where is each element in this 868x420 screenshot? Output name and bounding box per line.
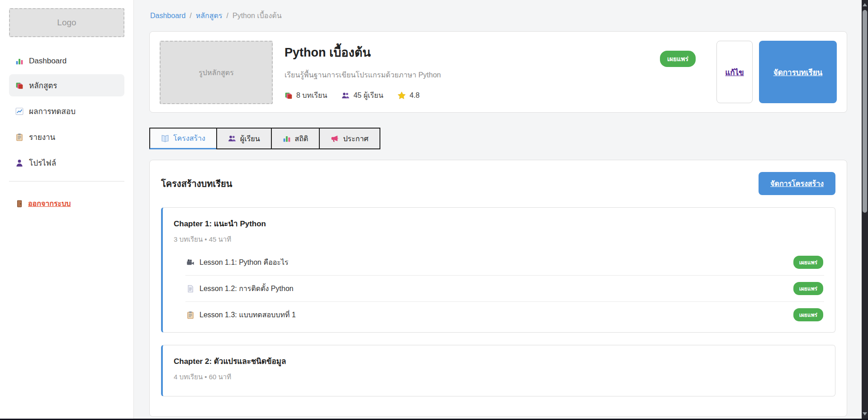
sidebar-item-label: ผลการทดสอบ — [29, 105, 76, 117]
person-icon — [15, 159, 24, 167]
document-icon — [186, 285, 194, 293]
tab-statistics[interactable]: สถิติ — [271, 128, 320, 149]
course-description: เรียนรู้พื้นฐานการเขียนโปรแกรมด้วยภาษา P… — [285, 69, 648, 81]
sidebar-item-label: โปรไฟล์ — [29, 157, 56, 169]
chapter-title: Chapter 2: ตัวแปรและชนิดข้อมูล — [174, 355, 824, 367]
lesson-title: Lesson 1.2: การติดตั้ง Python — [199, 283, 788, 294]
tab-structure[interactable]: โครงสร้าง — [149, 128, 217, 149]
open-book-icon — [161, 134, 169, 143]
breadcrumb-separator: / — [227, 12, 228, 19]
lesson-status-badge: เผยแพร่ — [793, 256, 823, 269]
breadcrumb-current: Python เบื้องต้น — [232, 12, 282, 19]
edit-course-button[interactable]: แก้ไข — [716, 41, 753, 103]
lesson-row: Lesson 1.2: การติดตั้ง Python เผยแพร่ — [185, 276, 824, 302]
chapter-card-1: Chapter 1: แนะนำ Python 3 บทเรียน • 45 น… — [161, 207, 835, 333]
scrollbar-up-arrow[interactable] — [862, 1, 868, 8]
lesson-title: Lesson 1.3: แบบทดสอบบทที่ 1 — [199, 309, 788, 320]
manage-structure-button[interactable]: จัดการโครงสร้าง — [759, 172, 835, 195]
sidebar-item-dashboard[interactable]: Dashboard — [9, 52, 124, 71]
clipboard-icon — [15, 133, 24, 141]
course-stats: 8 บทเรียน 45 ผู้เรียน 4.8 — [285, 90, 648, 101]
star-icon — [398, 91, 406, 100]
books-icon — [15, 81, 24, 90]
stat-text: 45 ผู้เรียน — [353, 90, 383, 101]
logout-label: ออกจากระบบ — [28, 198, 71, 209]
sidebar-divider — [9, 181, 124, 181]
breadcrumb: Dashboard/หลักสูตร/Python เบื้องต้น — [150, 10, 846, 21]
manage-lessons-button[interactable]: จัดการบทเรียน — [759, 41, 837, 103]
lesson-status-badge: เผยแพร่ — [793, 308, 823, 321]
course-thumbnail-placeholder: รูปหลักสูตร — [160, 41, 273, 104]
tab-announcements[interactable]: ประกาศ — [319, 128, 380, 149]
megaphone-icon — [331, 134, 339, 143]
sidebar-item-courses[interactable]: หลักสูตร — [9, 74, 124, 96]
app-window: Logo Dashboard หลักสูตร ผลการทดสอบ — [0, 0, 862, 420]
rating-stat: 4.8 — [398, 91, 419, 100]
structure-title: โครงสร้างบทเรียน — [161, 177, 232, 191]
thumbnail-label: รูปหลักสูตร — [199, 67, 234, 78]
lesson-count-stat: 8 บทเรียน — [285, 90, 327, 101]
lesson-status-badge: เผยแพร่ — [793, 282, 823, 295]
chapter-card-2: Chapter 2: ตัวแปรและชนิดข้อมูล 4 บทเรียน… — [161, 345, 835, 396]
logo-label: Logo — [57, 18, 76, 28]
tab-label: ประกาศ — [343, 133, 368, 144]
lesson-row: Lesson 1.3: แบบทดสอบบทที่ 1 เผยแพร่ — [185, 302, 824, 323]
people-icon — [228, 134, 236, 143]
bar-chart-icon — [283, 134, 291, 143]
structure-panel: โครงสร้างบทเรียน จัดการโครงสร้าง Chapter… — [149, 160, 847, 417]
breadcrumb-link-courses[interactable]: หลักสูตร — [196, 12, 223, 19]
vertical-scrollbar[interactable] — [862, 0, 868, 420]
sidebar-item-test-results[interactable]: ผลการทดสอบ — [9, 100, 124, 122]
tab-label: สถิติ — [295, 133, 308, 144]
chapter-meta: 3 บทเรียน • 45 นาที — [174, 234, 824, 245]
video-camera-icon — [186, 258, 194, 267]
lesson-row: Lesson 1.1: Python คืออะไร เผยแพร่ — [185, 249, 824, 276]
scrollbar-down-arrow[interactable] — [862, 410, 868, 417]
people-icon — [342, 91, 350, 100]
sidebar-nav: Dashboard หลักสูตร ผลการทดสอบ รายงาน — [9, 52, 124, 174]
chapter-meta: 4 บทเรียน • 60 นาที — [174, 372, 824, 382]
course-info: Python เบื้องต้น เรียนรู้พื้นฐานการเขียน… — [285, 41, 648, 103]
tab-label: โครงสร้าง — [173, 133, 205, 144]
structure-panel-header: โครงสร้างบทเรียน จัดการโครงสร้าง — [161, 172, 835, 195]
sidebar-item-label: รายงาน — [29, 131, 55, 143]
tab-students[interactable]: ผู้เรียน — [216, 128, 272, 149]
clipboard-icon — [186, 311, 194, 319]
stat-text: 8 บทเรียน — [296, 90, 327, 101]
tab-label: ผู้เรียน — [240, 133, 260, 144]
sidebar-item-reports[interactable]: รายงาน — [9, 126, 124, 148]
chapter-title: Chapter 1: แนะนำ Python — [174, 217, 824, 229]
sidebar: Logo Dashboard หลักสูตร ผลการทดสอบ — [0, 0, 134, 420]
books-icon — [285, 91, 293, 100]
logout-link[interactable]: ออกจากระบบ — [9, 193, 124, 214]
lesson-title: Lesson 1.1: Python คืออะไร — [199, 257, 788, 268]
stat-text: 4.8 — [409, 91, 419, 100]
course-actions: เผยแพร่ แก้ไข จัดการบทเรียน — [660, 41, 837, 103]
scrollbar-thumb[interactable] — [863, 10, 867, 213]
breadcrumb-link-dashboard[interactable]: Dashboard — [150, 12, 185, 19]
course-status-badge: เผยแพร่ — [660, 51, 696, 67]
sidebar-item-label: หลักสูตร — [29, 79, 57, 91]
student-count-stat: 45 ผู้เรียน — [342, 90, 383, 101]
main-content: Dashboard/หลักสูตร/Python เบื้องต้น รูปห… — [134, 0, 862, 420]
bar-chart-icon — [15, 57, 24, 65]
door-icon — [15, 200, 24, 208]
logo-placeholder: Logo — [9, 8, 124, 37]
course-tabs: โครงสร้าง ผู้เรียน สถิติ ประกาศ — [149, 128, 847, 149]
course-title: Python เบื้องต้น — [285, 43, 648, 62]
sidebar-item-label: Dashboard — [29, 57, 66, 66]
lesson-list: Lesson 1.1: Python คืออะไร เผยแพร่ Lesso… — [185, 249, 824, 323]
sidebar-item-profile[interactable]: โปรไฟล์ — [9, 152, 124, 174]
chart-up-icon — [15, 107, 24, 115]
course-header-card: รูปหลักสูตร Python เบื้องต้น เรียนรู้พื้… — [149, 31, 847, 113]
breadcrumb-separator: / — [190, 12, 191, 19]
